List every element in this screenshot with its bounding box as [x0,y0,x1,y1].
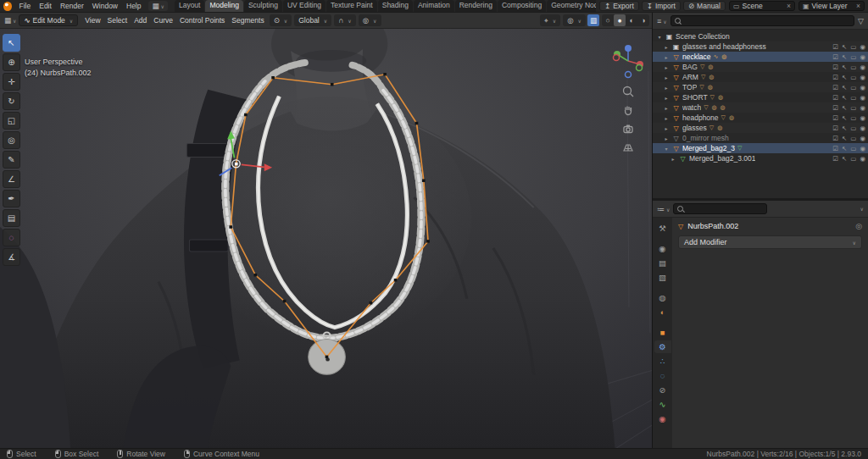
properties-editor-icon[interactable]: ≔∨ [657,205,670,213]
properties-tab[interactable]: ▧ [654,271,671,284]
selectable-toggle-icon[interactable]: ↖ [842,53,847,61]
workspace-tab[interactable]: Texture Paint [326,0,377,12]
workspace-tab[interactable]: Sculpting [244,0,282,12]
properties-tab[interactable]: ∴ [654,355,671,368]
expand-arrow-icon[interactable]: ▾ [663,146,670,152]
properties-tab[interactable]: ◉ [654,242,671,255]
hide-viewport-toggle-icon[interactable]: ▭ [850,114,856,122]
tool-button[interactable]: ↻ [3,92,20,110]
remove-view-layer-icon[interactable]: × [856,2,860,10]
outliner-row[interactable]: ▸ ▽ watch ▽ ◍ ◍ ☑ ↖ ▭ ◉ [653,102,868,113]
viewport-canvas[interactable]: ↖ ⊕ ✛ ↻ ◱ ◎ ✎ ∠ [0,29,652,448]
properties-options-icon[interactable]: ∨ [860,206,864,212]
workspace-tab[interactable]: UV Editing [283,0,326,12]
hide-render-toggle-icon[interactable]: ◉ [860,114,865,122]
exclude-checkbox[interactable]: ☑ [832,124,838,132]
workspace-tab[interactable]: Layout [175,0,205,12]
import-button[interactable]: ↧Import [642,1,681,11]
hide-render-toggle-icon[interactable]: ◉ [860,64,865,71]
outliner-row[interactable]: ▸ ▣ glasses and headphoness ☑ ↖ ▭ ◉ [653,41,868,52]
expand-arrow-icon[interactable]: ▸ [663,64,670,70]
hide-viewport-toggle-icon[interactable]: ▭ [850,155,856,163]
show-overlays-dropdown[interactable]: ◎∨ [563,14,586,26]
shading-wireframe-button[interactable]: ○ [602,14,614,26]
manual-toggle[interactable]: ⊘Manual [683,1,726,11]
unlink-scene-icon[interactable]: × [787,2,791,10]
selectable-toggle-icon[interactable]: ↖ [842,84,847,91]
outliner-row[interactable]: ▸ ▽ glasses ▽ ◍ ☑ ↖ ▭ ◉ [653,123,868,133]
outliner-row[interactable]: ▾ ▣ Scene Collection ☑ ↖ ▭ ◉ [653,31,868,41]
viewport-menu-item[interactable]: Select [104,16,131,25]
workspace-screen-dropdown[interactable]: ▦∨ [148,1,167,11]
tool-button[interactable]: ⊕ [3,53,20,71]
hide-render-toggle-icon[interactable]: ◉ [860,43,865,51]
tool-button[interactable]: ✎ [3,151,20,169]
show-gizmos-dropdown[interactable]: ⌖∨ [540,14,560,26]
hide-render-toggle-icon[interactable]: ◉ [860,135,865,142]
hide-render-toggle-icon[interactable]: ◉ [860,94,865,102]
hide-viewport-toggle-icon[interactable]: ▭ [850,64,856,71]
hide-render-toggle-icon[interactable]: ◉ [860,145,865,152]
workspace-tab[interactable]: Compositing [498,0,546,12]
properties-tab[interactable]: ∿ [654,398,671,411]
exclude-checkbox[interactable]: ☑ [832,145,838,152]
expand-arrow-icon[interactable]: ▸ [663,95,670,101]
viewport-menu-item[interactable]: View [81,16,103,25]
hide-viewport-toggle-icon[interactable]: ▭ [850,43,856,51]
scene-selector[interactable]: ▭ Scene × [729,1,795,11]
properties-tab[interactable]: ■ [654,326,671,339]
expand-arrow-icon[interactable]: ▸ [663,105,670,111]
menu-item[interactable]: File [15,2,36,10]
filter-icon[interactable]: ▽ [858,17,864,25]
hide-viewport-toggle-icon[interactable]: ▭ [850,145,856,152]
exclude-checkbox[interactable]: ☑ [832,114,838,122]
selectable-toggle-icon[interactable]: ↖ [842,114,847,122]
properties-search[interactable] [673,203,766,214]
xray-toggle[interactable]: ▥ [587,14,599,26]
tool-button[interactable]: ∡ [3,248,20,266]
selectable-toggle-icon[interactable]: ↖ [842,104,847,112]
scene-render[interactable] [0,29,652,448]
outliner-search-input[interactable] [685,17,850,25]
exclude-checkbox[interactable]: ☑ [832,53,838,61]
selectable-toggle-icon[interactable]: ↖ [842,155,847,163]
exclude-checkbox[interactable]: ☑ [832,74,838,81]
selectable-toggle-icon[interactable]: ↖ [842,124,847,132]
exclude-checkbox[interactable]: ☑ [832,104,838,112]
expand-arrow-icon[interactable]: ▸ [670,156,676,162]
blender-logo-icon[interactable] [3,2,12,11]
shading-material-button[interactable]: ◐ [626,14,637,26]
hide-viewport-toggle-icon[interactable]: ▭ [850,104,856,112]
outliner-row[interactable]: ▸ ▽ ARM ▽ ◍ ☑ ↖ ▭ ◉ [653,72,868,82]
add-modifier-dropdown[interactable]: Add Modifier ∨ [678,235,862,249]
selectable-toggle-icon[interactable]: ↖ [842,135,847,142]
pan-hand-icon[interactable] [621,103,635,117]
properties-tab[interactable]: ▤ [654,257,671,269]
tool-button[interactable]: ✛ [3,73,20,91]
view-layer-selector[interactable]: ▣ View Layer × [798,1,865,11]
selectable-toggle-icon[interactable]: ↖ [842,43,847,51]
viewport-menu-item[interactable]: Add [131,16,150,25]
workspace-tab[interactable]: Modeling [205,0,243,12]
hide-viewport-toggle-icon[interactable]: ▭ [850,74,856,81]
hide-render-toggle-icon[interactable]: ◉ [860,84,865,91]
viewport-menu-item[interactable]: Control Points [176,16,228,25]
menu-item[interactable]: Window [88,2,122,10]
selectable-toggle-icon[interactable]: ↖ [842,94,847,102]
hide-render-toggle-icon[interactable]: ◉ [860,155,865,163]
exclude-checkbox[interactable]: ☑ [832,84,838,91]
workspace-tab[interactable]: Geometry Nodes [547,0,596,12]
camera-view-icon[interactable] [621,122,635,135]
exclude-checkbox[interactable]: ☑ [832,94,838,102]
perspective-toggle-icon[interactable] [621,141,635,154]
hide-render-toggle-icon[interactable]: ◉ [860,74,865,81]
outliner-editor-icon[interactable]: ≡∨ [657,17,667,25]
expand-arrow-icon[interactable]: ▸ [663,75,670,80]
export-button[interactable]: ↥Export [599,1,639,11]
outliner-row[interactable]: ▸ ▽ 0_mirror mesh ☑ ↖ ▭ ◉ [653,133,868,143]
selectable-toggle-icon[interactable]: ↖ [842,64,847,71]
outliner-row[interactable]: ▸ ▽ BAG ▽ ◍ ☑ ↖ ▭ ◉ [653,62,868,72]
expand-arrow-icon[interactable]: ▸ [663,85,670,91]
outliner-row[interactable]: ▸ ▽ headphone ▽ ◍ ☑ ↖ ▭ ◉ [653,113,868,123]
object-name[interactable]: NurbsPath.002 [687,222,738,230]
